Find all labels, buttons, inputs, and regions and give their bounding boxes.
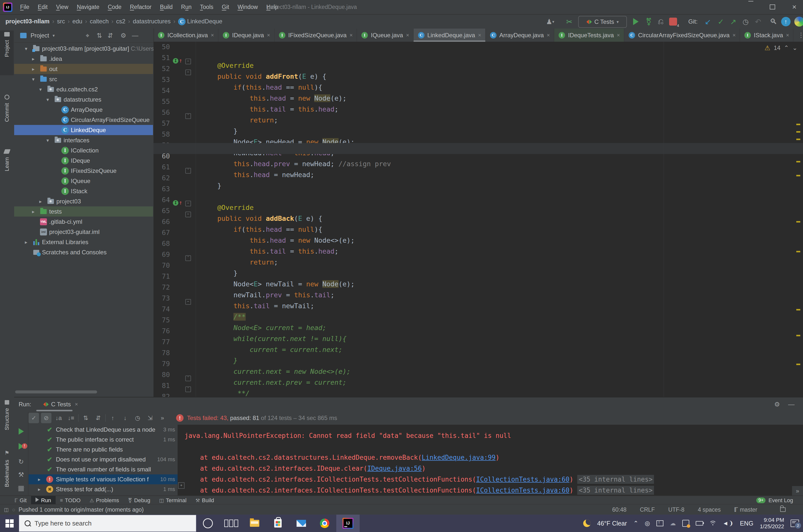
fold-marker[interactable]: −	[185, 201, 191, 206]
menu-code[interactable]: Code	[103, 0, 126, 14]
tree-item[interactable]: I IQueue	[14, 176, 153, 186]
tool-button-learn[interactable]: Learn	[0, 148, 14, 188]
sort-by-duration-icon[interactable]: ↓≡	[66, 413, 76, 423]
user-account-icon[interactable]: ♟▾	[543, 15, 558, 28]
warning-stripe-mark[interactable]	[796, 175, 800, 176]
warning-stripe-mark[interactable]	[796, 138, 800, 140]
chevron-collapsed-icon[interactable]: ▸	[38, 486, 40, 492]
file-explorer-button[interactable]	[243, 515, 266, 532]
start-button[interactable]	[0, 515, 19, 532]
git-update-icon[interactable]: ↙	[702, 15, 713, 28]
tool-window-button-debug[interactable]: ⚧Debug	[123, 496, 155, 505]
show-passed-toggle[interactable]: ✓	[28, 413, 39, 423]
clock[interactable]: 9:04 PM1/25/2022	[760, 517, 784, 530]
project-view-selector[interactable]: Project	[31, 32, 49, 39]
menu-run[interactable]: Run	[177, 0, 196, 14]
tool-window-button-run[interactable]: Run	[31, 496, 55, 505]
editor-tab[interactable]: C LinkedDeque.java×	[414, 28, 485, 42]
menu-build[interactable]: Build	[156, 0, 177, 14]
file-encoding[interactable]: UTF-8	[668, 507, 684, 513]
fold-marker[interactable]: ˇ	[185, 113, 191, 119]
rerun-tests-button[interactable]	[14, 428, 28, 436]
editor-tab[interactable]: C ArrayDeque.java×	[485, 28, 554, 42]
test-tree-item[interactable]: ✔The overall number of fields is small	[28, 464, 177, 474]
menu-edit[interactable]: Edit	[34, 0, 52, 14]
locate-file-icon[interactable]: ⌖	[86, 32, 90, 39]
close-tab-icon[interactable]: ×	[267, 32, 270, 38]
close-tab-icon[interactable]: ×	[478, 32, 481, 38]
test-tree-item[interactable]: ▸ !Simple tests of various ICollection f…	[28, 474, 177, 484]
mail-button[interactable]	[290, 515, 313, 532]
battery-icon[interactable]	[696, 521, 703, 526]
tool-button-project[interactable]: Project	[0, 31, 14, 75]
caret-position[interactable]: 60:48	[612, 507, 627, 513]
chevron-expanded-icon[interactable]: ▾	[38, 87, 43, 92]
test-settings-wrench-icon[interactable]: ⚒	[14, 471, 28, 479]
volume-icon[interactable]: ◄❩	[723, 520, 733, 527]
line-number[interactable]: 82	[153, 391, 170, 397]
ide-update-icon[interactable]: ↑	[780, 15, 791, 28]
run-config-selector[interactable]: C Tests ▾	[578, 16, 627, 28]
tree-item[interactable]: C CircularArrayFixedSizeQueue	[14, 115, 153, 125]
menu-file[interactable]: File	[16, 0, 34, 14]
editor-tab[interactable]: C CircularArrayFixedSizeQueue.java×	[624, 28, 740, 42]
run-tab[interactable]: C Tests ×	[41, 397, 80, 411]
status-message[interactable]: Pushed 1 commit to origin/master (moment…	[19, 507, 144, 513]
chevron-expanded-icon[interactable]: ▾	[45, 97, 51, 102]
code-with-me-icon[interactable]	[794, 15, 803, 28]
test-tree-item[interactable]: ✔Check that LinkedDeque uses a node 3 ms	[28, 425, 177, 435]
minimize-button[interactable]	[744, 0, 758, 14]
fold-marker[interactable]: −	[185, 59, 191, 64]
toggle-auto-test-icon[interactable]: ↻	[14, 458, 28, 466]
chevron-collapsed-icon[interactable]: ▸	[23, 239, 29, 245]
tree-item[interactable]: C LinkedDeque	[14, 125, 153, 135]
menu-refactor[interactable]: Refactor	[126, 0, 156, 14]
stop-button[interactable]	[14, 485, 28, 493]
close-tab-icon[interactable]: ×	[547, 32, 550, 38]
tool-window-button-build[interactable]: ⚒Build	[191, 496, 218, 505]
next-warning-icon[interactable]: ⌄	[792, 44, 797, 52]
console-fold-icon[interactable]: +	[178, 482, 185, 489]
maximize-button[interactable]	[765, 0, 779, 14]
warning-stripe-mark[interactable]	[796, 309, 800, 310]
warning-stripe-mark[interactable]	[796, 124, 800, 125]
fold-marker[interactable]: −	[185, 70, 191, 75]
microsoft-store-button[interactable]	[266, 515, 290, 532]
weather-text[interactable]: 46°F Clear	[597, 520, 627, 527]
test-tree-item[interactable]: ✔There are no public fields	[28, 444, 177, 455]
fold-marker[interactable]: −	[185, 212, 191, 217]
menu-view[interactable]: View	[52, 0, 73, 14]
run-settings-gear-icon[interactable]: ⚙	[774, 401, 780, 408]
console-line[interactable]	[177, 441, 803, 452]
chevron-collapsed-icon[interactable]: ▸	[30, 209, 36, 214]
chevron-expanded-icon[interactable]: ▾	[30, 76, 36, 82]
breadcrumb-item[interactable]: datastructures	[133, 18, 171, 24]
tool-button-structure[interactable]: Structure	[0, 399, 14, 446]
fold-marker[interactable]: ˇ	[185, 376, 191, 381]
editor-tab[interactable]: I IStack.java×	[740, 28, 793, 42]
test-history-icon[interactable]: ◷	[132, 413, 143, 423]
expand-all-icon[interactable]: ⇅	[80, 413, 91, 423]
tree-item[interactable]: I IDeque	[14, 155, 153, 166]
menu-navigate[interactable]: Navigate	[73, 0, 103, 14]
tree-horizontal-scrollbar[interactable]	[15, 391, 97, 394]
next-failed-icon[interactable]: ↓	[120, 413, 130, 423]
settings-gear-icon[interactable]: ⚙	[120, 32, 126, 39]
tree-item[interactable]: I IStack	[14, 186, 153, 196]
snip-tool-icon[interactable]: ◎	[645, 520, 650, 527]
editor-tab[interactable]: I IFixedSizeQueue.java×	[274, 28, 357, 42]
wifi-icon[interactable]	[710, 521, 716, 526]
project-view-dropdown-icon[interactable]: ▾	[53, 33, 55, 38]
fold-marker[interactable]: −	[185, 299, 191, 305]
intellij-taskbar-button[interactable]	[336, 515, 360, 532]
close-run-tab-icon[interactable]: ×	[75, 401, 78, 407]
task-view-button[interactable]	[219, 515, 243, 532]
tab-overflow-icon[interactable]: ⋮	[793, 28, 803, 42]
warning-stripe-mark[interactable]	[796, 221, 800, 223]
upload-status-icon[interactable]	[656, 520, 664, 526]
git-commit-icon[interactable]: ✓	[715, 15, 726, 28]
tool-window-button-terminal[interactable]: ◫Terminal	[155, 496, 191, 505]
tool-button-commit[interactable]: Commit	[0, 93, 14, 138]
menu-window[interactable]: Window	[233, 0, 262, 14]
fold-marker[interactable]: ˇ	[185, 255, 191, 261]
